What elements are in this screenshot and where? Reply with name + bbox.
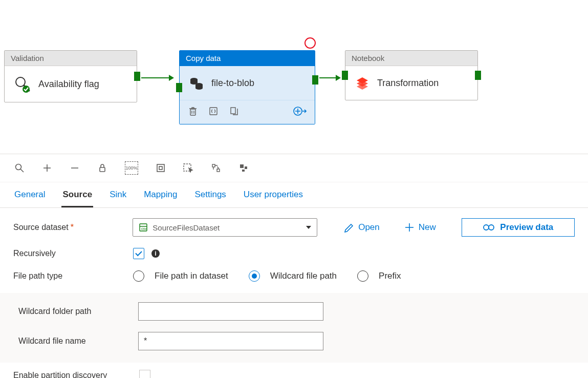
magnifier-check-icon — [14, 75, 31, 93]
activity-validation-label: Availability flag — [38, 79, 99, 90]
svg-rect-16 — [159, 166, 162, 170]
databricks-icon — [355, 75, 370, 91]
svg-rect-18 — [212, 164, 215, 167]
activity-notebook[interactable]: Notebook Transformation — [345, 50, 478, 100]
svg-rect-15 — [157, 164, 164, 172]
svg-point-9 — [16, 164, 21, 170]
canvas-toolbar: 100% — [0, 154, 588, 182]
partition-discovery-checkbox[interactable] — [139, 370, 150, 378]
radio-file-path-in-dataset-label: File path in dataset — [155, 271, 228, 281]
wildcard-folder-label: Wildcard folder path — [18, 307, 131, 316]
pipeline-canvas[interactable]: Validation Availability flag Copy data — [0, 0, 588, 154]
wildcard-section: Wildcard folder path Wildcard file name — [0, 293, 588, 363]
svg-rect-21 — [245, 166, 247, 169]
radio-file-path-in-dataset[interactable] — [133, 270, 144, 282]
preview-icon — [483, 223, 495, 232]
properties-tabs: General Source Sink Mapping Settings Use… — [0, 182, 588, 208]
svg-point-28 — [484, 225, 489, 230]
svg-point-29 — [489, 225, 494, 230]
activity-copy-label: file-to-blob — [211, 78, 254, 89]
radio-prefix-label: Prefix — [379, 271, 401, 281]
dependency-arrow-2 — [319, 77, 340, 78]
clone-icon[interactable] — [229, 106, 239, 116]
new-dataset-button[interactable]: New — [404, 222, 436, 233]
svg-text:csv: csv — [141, 227, 147, 230]
dependency-arrow-1 — [141, 77, 173, 78]
connector-in[interactable] — [342, 71, 348, 80]
tab-user-properties[interactable]: User properties — [243, 182, 304, 207]
zoom-100-icon[interactable]: 100% — [125, 161, 138, 175]
source-dataset-label: Source dataset* — [13, 223, 125, 232]
delete-icon[interactable] — [188, 106, 198, 116]
zoom-in-icon[interactable] — [42, 163, 52, 173]
info-icon[interactable]: i — [151, 249, 160, 258]
auto-align-icon[interactable] — [211, 163, 221, 173]
tab-general[interactable]: General — [13, 182, 46, 207]
svg-rect-22 — [242, 170, 245, 172]
svg-rect-5 — [190, 109, 195, 115]
recursively-label: Recursively — [13, 249, 126, 258]
activity-notebook-label: Transformation — [377, 78, 439, 89]
open-dataset-button[interactable]: Open — [344, 222, 380, 233]
tab-mapping[interactable]: Mapping — [143, 182, 178, 207]
breakpoint-indicator[interactable] — [304, 37, 316, 49]
add-output-icon[interactable] — [293, 106, 307, 117]
code-icon[interactable] — [208, 106, 219, 116]
chevron-down-icon — [306, 224, 312, 230]
source-panel: Source dataset* csv SourceFilesDataset O… — [0, 208, 588, 378]
connector-out[interactable] — [312, 75, 318, 85]
activity-toolbar — [180, 100, 315, 124]
radio-wildcard-file-path-label: Wildcard file path — [270, 271, 337, 281]
wildcard-file-label: Wildcard file name — [18, 337, 131, 346]
search-icon[interactable] — [14, 163, 25, 173]
radio-prefix[interactable] — [357, 270, 368, 282]
activity-validation[interactable]: Validation Availability flag — [4, 50, 137, 102]
zoom-out-icon[interactable] — [70, 163, 80, 173]
file-path-type-label: File path type — [13, 271, 126, 281]
svg-point-2 — [23, 86, 30, 93]
activity-validation-header: Validation — [5, 51, 137, 66]
svg-rect-14 — [100, 167, 105, 172]
recursively-checkbox[interactable] — [133, 248, 144, 259]
select-region-icon[interactable] — [183, 163, 193, 173]
source-dataset-value: SourceFilesDataset — [148, 223, 306, 232]
svg-line-10 — [20, 169, 24, 172]
dataset-icon: csv — [138, 222, 148, 233]
activity-copy-header: Copy data — [180, 51, 315, 66]
source-dataset-select[interactable]: csv SourceFilesDataset — [133, 218, 317, 237]
minimap-icon[interactable] — [238, 163, 249, 173]
partition-discovery-label: Enable partition discovery — [13, 371, 132, 378]
radio-wildcard-file-path[interactable] — [249, 270, 260, 282]
activity-notebook-header: Notebook — [345, 51, 477, 66]
tab-source[interactable]: Source — [61, 182, 93, 207]
preview-data-button[interactable]: Preview data — [462, 218, 575, 237]
connector-out[interactable] — [475, 71, 481, 80]
tab-settings[interactable]: Settings — [193, 182, 227, 207]
svg-rect-6 — [210, 108, 217, 115]
tab-sink[interactable]: Sink — [108, 182, 127, 207]
connector-out[interactable] — [134, 72, 140, 81]
svg-rect-7 — [231, 108, 235, 114]
wildcard-file-input[interactable] — [138, 332, 323, 350]
fit-screen-icon[interactable] — [156, 163, 166, 173]
database-copy-icon — [189, 75, 204, 91]
activity-copy-data[interactable]: Copy data file-to-blob — [179, 50, 315, 124]
svg-rect-20 — [240, 164, 244, 168]
connector-in[interactable] — [176, 83, 182, 92]
wildcard-folder-input[interactable] — [138, 302, 323, 321]
lock-icon[interactable] — [97, 163, 107, 173]
